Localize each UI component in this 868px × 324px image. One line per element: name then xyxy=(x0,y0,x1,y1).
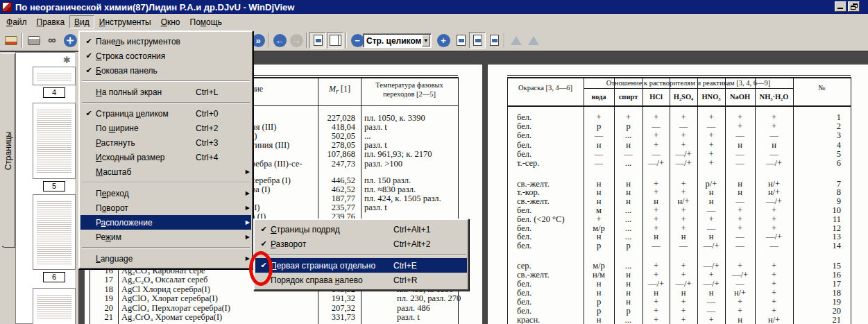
solubility-cell: — xyxy=(725,241,755,250)
menu-item-language[interactable]: Language▶ xyxy=(80,251,251,266)
page-thumbnail[interactable] xyxy=(33,103,76,179)
row-number: 5 xyxy=(793,150,851,159)
menu-item-sidebar[interactable]: ✔Боковая панель xyxy=(80,63,251,78)
solubility-cell: + xyxy=(755,271,793,280)
fit-page-button[interactable] xyxy=(469,32,486,49)
menu-item-toolbar[interactable]: ✔Панель инструментов xyxy=(80,34,251,49)
actual-size-button-icon xyxy=(457,35,466,46)
menu-item-zoom[interactable]: Масштаб▶ xyxy=(80,164,251,179)
menubar-item-tools[interactable]: Инструменты xyxy=(94,15,156,28)
view-menu-popup: ✔Панель инструментов✔Строка состояния✔Бо… xyxy=(78,31,253,269)
back-button[interactable]: ← xyxy=(271,32,288,49)
solubility-cell: р xyxy=(584,241,614,250)
export-button[interactable]: ✛ xyxy=(62,32,78,49)
menu-item-statusbar[interactable]: ✔Строка состояния xyxy=(80,49,251,63)
find-button[interactable]: ∞ xyxy=(44,32,60,49)
document-page-right: Отношение к растворителям и реактивам [3… xyxy=(488,65,868,324)
page-thumbnail[interactable] xyxy=(33,288,76,324)
solubility-cell: р xyxy=(614,122,643,131)
solubility-cell: + xyxy=(670,113,697,122)
solubility-cell: —/+ xyxy=(643,159,670,168)
page-number-label[interactable]: 4 xyxy=(43,87,65,98)
row-number: 18 xyxy=(92,285,113,294)
menubar-item-window[interactable]: Окно xyxy=(156,15,185,28)
submenu-arrow-icon: ▶ xyxy=(241,190,250,196)
solubility-cell: — xyxy=(584,131,614,140)
combobox-dropdown-button[interactable]: ▼ xyxy=(422,35,431,46)
menubar-item-view[interactable]: Вид xyxy=(69,15,94,28)
rotate-left-button[interactable] xyxy=(508,32,525,49)
restore-button[interactable] xyxy=(848,1,860,12)
solubility-cell: н xyxy=(755,141,793,150)
formula-cell: AgClO₄ Перхлорат серебра(I) xyxy=(121,304,230,313)
table-rule xyxy=(851,77,851,324)
menu-item-fit-width[interactable]: По ширинеCtrl+2 xyxy=(80,121,251,135)
table-row: бел.+++++++1 xyxy=(507,113,851,122)
menu-item-first-alone-label: Первая страница отдельно xyxy=(271,261,375,271)
solubility-cell: + xyxy=(755,262,793,271)
solubility-cell: + xyxy=(670,215,697,224)
temp-cell: разл. t xyxy=(397,313,420,322)
actual-size-button[interactable] xyxy=(452,32,469,49)
sidebar-tab-pages[interactable]: Страницы xyxy=(1,53,15,248)
temp-cell: разл. t xyxy=(364,141,387,150)
open-button[interactable] xyxy=(3,32,19,49)
facing-pages-button[interactable] xyxy=(327,32,343,49)
table-row: бел.рр++—++20 xyxy=(507,307,851,316)
solubility-cell: + xyxy=(670,131,697,140)
continuous-layout-button[interactable] xyxy=(309,32,326,49)
mr-cell: 107,868 xyxy=(258,150,355,159)
page-number-label[interactable]: 6 xyxy=(43,272,65,282)
rotate-right-button[interactable] xyxy=(525,32,542,49)
row-number: 11 xyxy=(793,215,851,224)
zoom-in-button[interactable]: + xyxy=(435,32,452,49)
menu-item-mode[interactable]: Режим▶ xyxy=(80,230,251,244)
forward-button[interactable]: → xyxy=(288,32,305,49)
column-header-mr: Mr [1] xyxy=(329,84,350,95)
solubility-cell: —/+ xyxy=(725,271,755,280)
fit-width-button[interactable] xyxy=(486,32,502,49)
menubar-item-help[interactable]: Помощь xyxy=(185,15,227,28)
menu-item-first-alone[interactable]: ✔Первая страница отдельноCtrl+E xyxy=(255,258,467,273)
solubility-cell: р xyxy=(584,307,614,316)
page-thumbnail[interactable] xyxy=(33,194,76,270)
row-number: 21 xyxy=(92,313,113,322)
menubar-item-edit[interactable]: Правка xyxy=(32,15,70,28)
menu-item-fullscreen[interactable]: На полный экранCtrl+L xyxy=(80,85,251,99)
solubility-cell: + xyxy=(643,271,670,280)
menu-item-actual-size[interactable]: Исходный размерCtrl+4 xyxy=(80,150,251,164)
solubility-cell: + xyxy=(725,113,755,122)
solubility-cell: ... xyxy=(614,215,643,224)
page-number-label[interactable]: 5 xyxy=(43,181,65,191)
menu-item-rotate[interactable]: Поворот▶ xyxy=(80,201,251,215)
menu-item-fit-page[interactable]: ✔Страница целикомCtrl+0 xyxy=(80,106,251,121)
table-row: бел.рр———++2 xyxy=(507,122,851,131)
mr-cell: 235,77 xyxy=(258,203,355,212)
zoom-out-button[interactable]: − xyxy=(349,32,366,49)
formula-cell: Ag₂CrO₄ Хромат серебра(I) xyxy=(121,313,222,322)
table-row: красн.н...+++нн/+21 xyxy=(507,316,851,324)
menu-item-facing[interactable]: ✔РазворотCtrl+Alt+2 xyxy=(255,237,467,251)
zoom-combobox[interactable]: Стр. целиком ▼ xyxy=(363,33,432,48)
menu-item-goto[interactable]: Переход▶ xyxy=(80,186,251,201)
solubility-cell: р xyxy=(614,307,643,316)
minimize-button[interactable] xyxy=(835,1,846,12)
row-number: 4 xyxy=(793,141,851,150)
solubility-cell: + xyxy=(755,113,793,122)
check-icon: ✔ xyxy=(257,225,271,234)
mr-cell: 278,05 xyxy=(258,141,355,150)
gear-icon[interactable]: ✱ xyxy=(63,55,71,65)
color-cell: т.-сер. xyxy=(507,159,584,168)
menu-item-stretch[interactable]: РастянутьCtrl+3 xyxy=(80,135,251,150)
menu-item-right-to-left[interactable]: Порядок справа налевоCtrl+R xyxy=(255,273,467,287)
solubility-cell: н xyxy=(725,141,755,150)
solubility-cell: + xyxy=(643,307,670,316)
print-button[interactable] xyxy=(26,32,42,49)
table-rule xyxy=(584,88,793,89)
menu-item-continuous[interactable]: ✔Страницы подрядCtrl+Alt+1 xyxy=(255,222,467,237)
page-thumbnail[interactable] xyxy=(33,67,76,85)
solubility-cell: + xyxy=(755,122,793,131)
menu-item-layout[interactable]: Расположение▶ xyxy=(80,215,251,230)
solubility-cell: + xyxy=(755,215,793,224)
menubar-item-file[interactable]: Файл xyxy=(1,15,32,28)
